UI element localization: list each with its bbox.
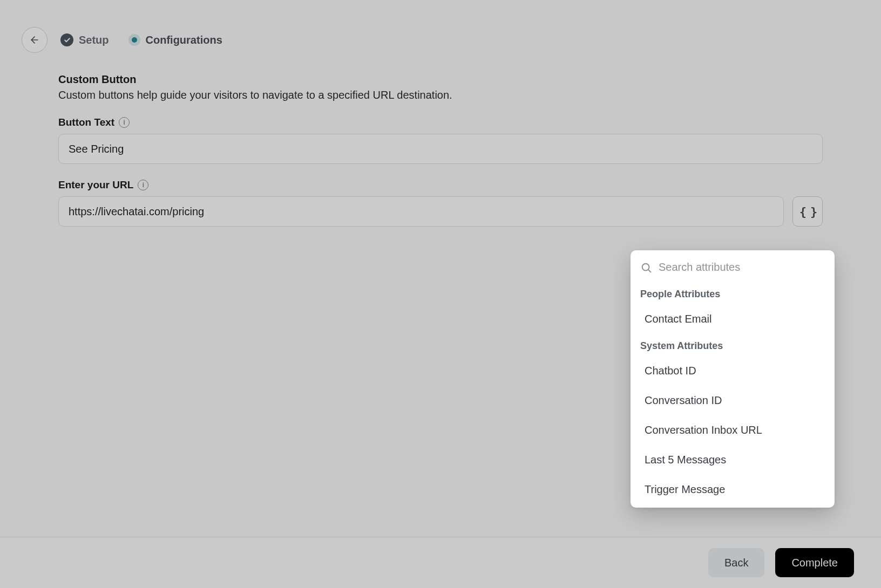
attributes-group-title: System Attributes: [631, 334, 835, 356]
steps: Setup Configurations: [60, 33, 222, 46]
attribute-item-last-5-messages[interactable]: Last 5 Messages: [631, 445, 835, 475]
url-input[interactable]: [58, 196, 784, 227]
step-label: Setup: [79, 34, 109, 46]
info-icon[interactable]: i: [119, 117, 130, 128]
svg-line-2: [648, 270, 650, 272]
dot-circle-icon: [128, 34, 140, 46]
arrow-left-icon: [29, 35, 40, 45]
attributes-search-input[interactable]: [659, 261, 825, 274]
content: Custom Button Custom buttons help guide …: [0, 64, 881, 227]
step-setup[interactable]: Setup: [60, 33, 109, 46]
attributes-search-row: [631, 258, 835, 282]
attribute-item-conversation-id[interactable]: Conversation ID: [631, 386, 835, 415]
attributes-group-title: People Attributes: [631, 282, 835, 304]
back-button[interactable]: [22, 27, 48, 53]
attribute-item-trigger-message[interactable]: Trigger Message: [631, 475, 835, 504]
braces-icon: { }: [799, 205, 816, 218]
section-description: Custom buttons help guide your visitors …: [58, 89, 823, 101]
info-icon[interactable]: i: [138, 180, 148, 190]
search-icon: [640, 262, 652, 274]
button-text-input[interactable]: [58, 134, 823, 164]
insert-attribute-button[interactable]: { }: [792, 196, 823, 227]
wizard-header: Setup Configurations: [0, 0, 881, 64]
attributes-popover: People Attributes Contact Email System A…: [631, 250, 835, 508]
attribute-item-conversation-inbox-url[interactable]: Conversation Inbox URL: [631, 415, 835, 445]
check-circle-icon: [60, 33, 73, 46]
step-configurations[interactable]: Configurations: [128, 34, 222, 46]
url-label: Enter your URL i: [58, 179, 823, 191]
attribute-item-chatbot-id[interactable]: Chatbot ID: [631, 356, 835, 386]
complete-button[interactable]: Complete: [775, 548, 854, 577]
attribute-item-contact-email[interactable]: Contact Email: [631, 304, 835, 334]
footer: Back Complete: [0, 537, 881, 588]
button-text-label: Button Text i: [58, 117, 823, 128]
section-title: Custom Button: [58, 73, 823, 86]
back-button-footer[interactable]: Back: [708, 548, 764, 577]
step-label: Configurations: [146, 34, 222, 46]
